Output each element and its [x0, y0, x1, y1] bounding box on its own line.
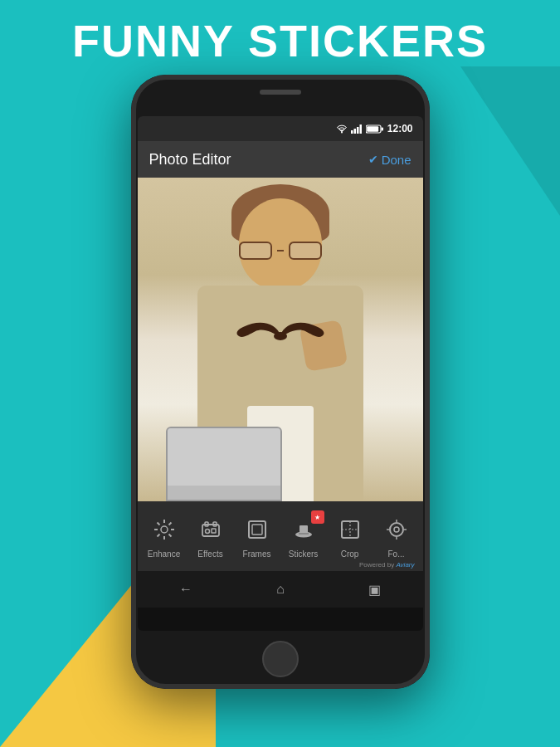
focus-icon	[381, 514, 412, 545]
effects-label: Effects	[197, 549, 222, 559]
phone-mockup: 12:00 Photo Editor ✔ Done	[131, 75, 430, 689]
svg-line-15	[168, 523, 171, 525]
stickers-badge	[311, 510, 324, 524]
navigation-bar: ← ⌂ ▣	[138, 571, 423, 608]
glasses-right	[289, 242, 322, 260]
phone-speaker	[260, 90, 301, 95]
bg-triangle-teal	[460, 66, 560, 216]
frames-label: Frames	[243, 549, 271, 559]
done-check-icon: ✔	[368, 153, 378, 166]
svg-rect-27	[299, 533, 309, 535]
app-title: Photo Editor	[149, 151, 231, 168]
svg-rect-22	[212, 529, 216, 533]
tool-crop[interactable]: Crop	[328, 514, 373, 559]
svg-line-16	[157, 535, 159, 537]
tool-effects[interactable]: Effects	[188, 514, 233, 559]
svg-rect-4	[359, 124, 362, 134]
stickers-label: Stickers	[289, 549, 319, 559]
wifi-icon	[336, 124, 348, 134]
tool-enhance[interactable]: Enhance	[142, 514, 187, 559]
photo-canvas[interactable]	[138, 178, 423, 501]
tool-stickers[interactable]: Stickers	[281, 514, 326, 559]
laptop-screen	[168, 428, 280, 486]
effects-icon	[195, 514, 226, 545]
svg-point-8	[274, 332, 287, 340]
tool-frames[interactable]: Frames	[235, 514, 280, 559]
editor-toolbar: Enhance Effects	[138, 501, 423, 571]
enhance-label: Enhance	[148, 549, 180, 559]
focus-label: Fo...	[387, 549, 404, 559]
svg-rect-24	[252, 525, 262, 535]
person-face	[239, 198, 322, 290]
svg-point-0	[341, 131, 343, 133]
status-icons: 12:00	[336, 123, 413, 134]
crop-label: Crop	[341, 549, 359, 559]
glasses-bridge	[277, 250, 284, 251]
mustache-sticker[interactable]	[231, 306, 330, 356]
svg-line-13	[157, 523, 159, 525]
page-header-title: FUNNY STICKERS	[0, 15, 560, 66]
laptop	[166, 427, 282, 501]
status-time: 12:00	[387, 123, 413, 134]
brand-name: Aviary	[396, 561, 414, 569]
svg-rect-23	[249, 521, 265, 538]
phone-screen: 12:00 Photo Editor ✔ Done	[138, 116, 423, 631]
svg-point-17	[161, 526, 168, 533]
enhance-icon	[149, 514, 180, 545]
battery-icon	[366, 124, 384, 134]
signal-icon	[351, 124, 363, 134]
glasses-left	[239, 242, 272, 260]
svg-rect-3	[357, 127, 359, 134]
app-titlebar: Photo Editor ✔ Done	[138, 141, 423, 178]
svg-point-31	[390, 523, 403, 536]
photo-background	[138, 178, 423, 501]
home-button[interactable]: ⌂	[276, 582, 285, 597]
done-label: Done	[382, 153, 411, 167]
done-button[interactable]: ✔ Done	[368, 153, 411, 167]
person-illustration	[138, 178, 423, 501]
svg-rect-6	[381, 127, 383, 130]
svg-rect-7	[367, 126, 378, 132]
svg-rect-2	[353, 129, 356, 134]
back-button[interactable]: ←	[179, 582, 192, 597]
svg-point-21	[205, 530, 209, 534]
recents-button[interactable]: ▣	[368, 582, 381, 598]
svg-point-32	[394, 527, 399, 532]
tool-focus[interactable]: Fo...	[374, 514, 419, 559]
svg-rect-1	[351, 130, 353, 134]
crop-icon	[334, 514, 366, 545]
status-bar: 12:00	[138, 116, 423, 141]
frames-icon	[241, 514, 273, 545]
svg-line-14	[168, 535, 171, 537]
powered-by-text: Powered by Aviary	[359, 561, 415, 569]
phone-home-button[interactable]	[262, 641, 299, 677]
glasses	[239, 242, 322, 260]
